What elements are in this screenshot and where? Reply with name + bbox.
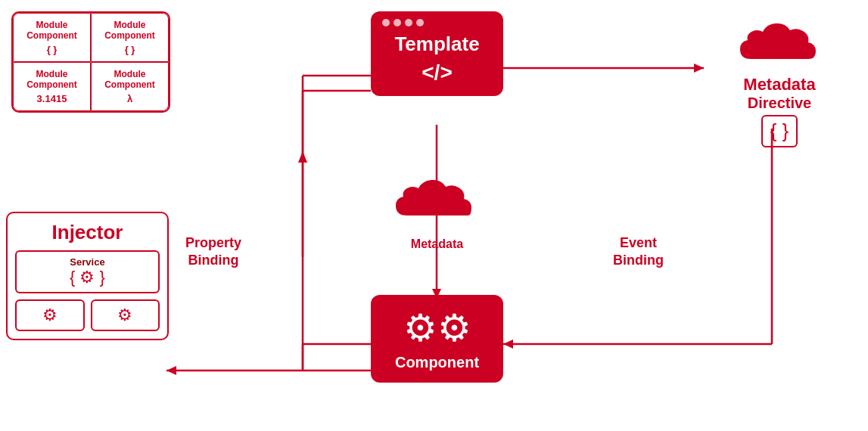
injector-title: Injector	[15, 221, 160, 244]
module-cell-1: Module Component { }	[13, 13, 91, 62]
metadata-directive: Metadata Directive { }	[711, 15, 848, 147]
template-box: Template </>	[371, 11, 503, 96]
dot-2	[394, 19, 401, 26]
dot-1	[382, 19, 390, 26]
directive-title: Metadata	[711, 75, 848, 95]
module-cell-4: Module Component λ	[91, 62, 169, 111]
svg-marker-3	[694, 64, 704, 73]
service-icons: { ⚙ }	[23, 268, 152, 287]
dot-3	[405, 19, 412, 26]
metadata-cloud-svg	[388, 170, 487, 231]
svg-marker-6	[503, 340, 513, 349]
component-icon: ⚙⚙	[382, 306, 492, 350]
metadata-center: Metadata	[378, 170, 496, 251]
component-label: Component	[382, 354, 492, 371]
service-box: Service { ⚙ }	[15, 250, 160, 293]
module-cell-2: Module Component { }	[91, 13, 169, 62]
template-dots	[382, 19, 492, 26]
template-title: Template	[382, 33, 492, 56]
event-binding-label: Event Binding	[613, 234, 664, 270]
directive-subtitle: Directive	[711, 95, 848, 112]
gear-box-2: ⚙	[91, 299, 160, 331]
svg-marker-10	[166, 366, 176, 375]
service-label: Service	[23, 256, 152, 268]
template-code: </>	[382, 60, 492, 85]
svg-marker-15	[298, 151, 307, 163]
module-grid: Module Component { } Module Component { …	[11, 11, 170, 113]
dot-4	[416, 19, 424, 26]
directive-code: { }	[761, 115, 798, 147]
gear-box-1: ⚙	[15, 299, 85, 331]
injector-box: Injector Service { ⚙ } ⚙ ⚙	[6, 212, 169, 340]
module-cell-3: Module Component 3.1415	[13, 62, 91, 111]
metadata-center-label: Metadata	[378, 237, 496, 251]
component-box: ⚙⚙ Component	[371, 295, 503, 383]
gear-row: ⚙ ⚙	[15, 299, 160, 331]
property-binding-label: Property Binding	[185, 234, 241, 270]
directive-cloud-svg	[734, 15, 825, 72]
